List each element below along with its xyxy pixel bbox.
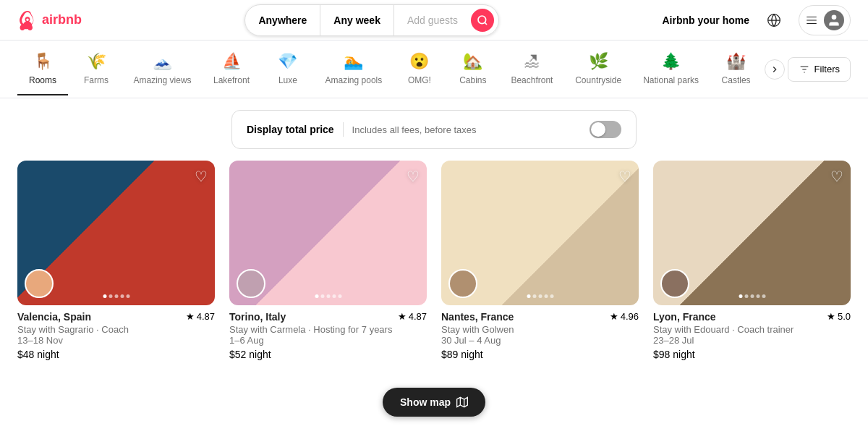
sidebar-item-cabins[interactable]: 🏡 Cabins	[448, 43, 498, 95]
dot	[109, 294, 112, 298]
listing-info-1: Valencia, Spain ★ 4.87 Stay with Sagrari…	[17, 305, 215, 363]
svg-point-0	[478, 16, 486, 24]
header: airbnb Anywhere Any week Add guests Airb…	[0, 0, 868, 41]
sidebar-item-rooms[interactable]: 🪑 Rooms	[17, 43, 68, 95]
search-guests[interactable]: Add guests	[394, 5, 471, 35]
host-avatar-3	[448, 269, 477, 298]
price-sublabel: Includes all fees, before taxes	[352, 124, 477, 135]
countryside-label: Countryside	[575, 75, 621, 85]
listing-info-2: Torino, Italy ★ 4.87 Stay with Carmela ·…	[229, 305, 427, 363]
listing-rating-3: ★ 4.96	[610, 311, 639, 322]
listing-dates-4: 23–28 Jul	[653, 335, 851, 346]
dot	[338, 294, 341, 298]
globe-button[interactable]	[761, 7, 787, 33]
search-week[interactable]: Any week	[320, 5, 394, 35]
sidebar-item-luxe[interactable]: 💎 Luxe	[263, 43, 313, 95]
search-bar[interactable]: Anywhere Any week Add guests	[244, 4, 499, 36]
omg-label: OMG!	[408, 75, 431, 85]
listing-dates-3: 30 Jul – 4 Aug	[441, 335, 639, 346]
header-right: Airbnb your home	[662, 5, 851, 35]
listing-card-2[interactable]: ♡ Torino, Italy ★ 4.87 Stay with Carmela…	[229, 161, 427, 363]
dot	[538, 294, 542, 298]
beachfront-label: Beachfront	[511, 75, 553, 85]
star-icon-4: ★	[827, 311, 835, 322]
listing-card-1[interactable]: ♡ Valencia, Spain ★ 4.87 Stay with Sagra…	[17, 161, 215, 363]
airbnb-logo[interactable]: airbnb	[17, 10, 82, 30]
dot	[120, 294, 124, 298]
listing-rating-4: ★ 5.0	[827, 311, 851, 322]
user-icon	[827, 13, 841, 27]
sidebar-item-amazing-views[interactable]: 🗻 Amazing views	[124, 43, 200, 95]
star-icon-2: ★	[398, 311, 407, 322]
dot	[532, 294, 536, 298]
dot	[544, 294, 548, 298]
national-parks-icon: 🌲	[661, 52, 681, 71]
listing-info-4: Lyon, France ★ 5.0 Stay with Edouard · C…	[653, 305, 851, 363]
filters-label: Filters	[814, 64, 840, 75]
sidebar-item-omg[interactable]: 😮 OMG!	[394, 43, 445, 95]
listings-grid: ♡ Valencia, Spain ★ 4.87 Stay with Sagra…	[0, 161, 868, 363]
luxe-label: Luxe	[278, 75, 297, 85]
listing-title-row-1: Valencia, Spain ★ 4.87	[17, 311, 215, 323]
listing-image-4: ♡	[653, 161, 851, 305]
listing-info-3: Nantes, France ★ 4.96 Stay with Golwen 3…	[441, 305, 639, 363]
sidebar-item-farms[interactable]: 🌾 Farms	[71, 43, 122, 95]
search-icon	[477, 14, 488, 26]
lakefront-icon: ⛵	[222, 52, 242, 71]
listing-card-4[interactable]: ♡ Lyon, France ★ 5.0 Stay with Edouard ·…	[653, 161, 851, 363]
dot	[550, 294, 553, 298]
user-menu[interactable]	[799, 5, 851, 35]
cabins-icon: 🏡	[463, 52, 482, 71]
sidebar-item-lakefront[interactable]: ⛵ Lakefront	[203, 43, 260, 95]
listing-card-3[interactable]: ♡ Nantes, France ★ 4.96 Stay with Golwen…	[441, 161, 639, 363]
price-toggle[interactable]	[590, 121, 621, 138]
host-avatar-2	[237, 269, 265, 298]
listing-host-1: Stay with Sagrario · Coach	[17, 324, 215, 335]
category-nav: 🪑 Rooms 🌾 Farms 🗻 Amazing views ⛵ Lakefr…	[0, 41, 868, 98]
avatar	[824, 10, 844, 30]
dot	[126, 294, 129, 298]
castles-label: Castles	[722, 75, 751, 85]
hamburger-icon	[805, 14, 818, 27]
sidebar-item-amazing-pools[interactable]: 🏊 Amazing pools	[316, 43, 391, 95]
svg-point-2	[832, 14, 837, 20]
listing-rating-1: ★ 4.87	[186, 311, 215, 322]
wishlist-button-3[interactable]: ♡	[618, 168, 631, 185]
dot	[527, 294, 530, 298]
airbnb-your-home[interactable]: Airbnb your home	[662, 14, 749, 26]
nav-next-arrow[interactable]	[765, 59, 785, 80]
globe-icon	[767, 13, 781, 27]
sidebar-item-national-parks[interactable]: 🌲 National parks	[634, 43, 707, 95]
host-avatar-4	[660, 269, 689, 298]
wishlist-button-4[interactable]: ♡	[830, 168, 843, 185]
farms-icon: 🌾	[87, 52, 106, 71]
dot	[756, 294, 760, 298]
listing-dates-1: 13–18 Nov	[17, 335, 215, 346]
sidebar-item-castles[interactable]: 🏰 Castles	[711, 43, 762, 95]
show-map-label: Show map	[400, 396, 451, 408]
filters-button[interactable]: Filters	[788, 57, 851, 82]
listing-location-2: Torino, Italy	[229, 311, 286, 323]
listing-rating-2: ★ 4.87	[398, 311, 427, 322]
listing-host-4: Stay with Edouard · Coach trainer	[653, 324, 851, 335]
listing-title-row-2: Torino, Italy ★ 4.87	[229, 311, 427, 323]
dot	[326, 294, 330, 298]
listing-location-1: Valencia, Spain	[17, 311, 91, 323]
wishlist-button-1[interactable]: ♡	[195, 168, 208, 185]
search-button[interactable]	[471, 9, 494, 32]
search-location[interactable]: Anywhere	[245, 5, 320, 35]
listing-host-2: Stay with Carmela · Hosting for 7 years	[229, 324, 427, 335]
castles-icon: 🏰	[726, 52, 746, 71]
listing-location-4: Lyon, France	[653, 311, 716, 323]
show-map-button[interactable]: Show map	[383, 388, 485, 417]
listing-price-2: $52 night	[229, 349, 427, 360]
wishlist-button-2[interactable]: ♡	[407, 168, 420, 185]
sidebar-item-beachfront[interactable]: 🏖 Beachfront	[501, 43, 563, 95]
dot	[320, 294, 324, 298]
airbnb-logo-icon	[17, 10, 38, 30]
listing-image-2: ♡	[229, 161, 427, 305]
amazing-views-icon: 🗻	[153, 52, 172, 71]
listing-dates-2: 1–6 Aug	[229, 335, 427, 346]
rooms-icon: 🪑	[33, 52, 53, 71]
sidebar-item-countryside[interactable]: 🌿 Countryside	[566, 43, 631, 95]
